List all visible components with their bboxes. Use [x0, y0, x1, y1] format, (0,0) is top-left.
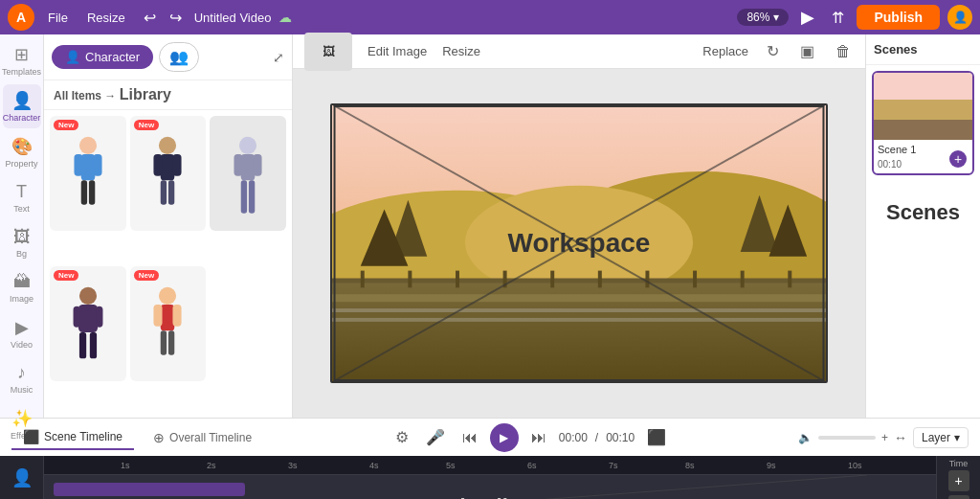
panel-filter-bar: All Items → Library: [44, 80, 292, 110]
zoom-control[interactable]: 86% ▾: [737, 9, 789, 26]
layout-icon[interactable]: ▣: [797, 39, 817, 63]
character-tab-button[interactable]: 👤 Character: [52, 45, 153, 69]
ruler-8s: 8s: [685, 461, 695, 470]
scene-card-1[interactable]: Scene 1 + 00:10: [872, 71, 974, 175]
svg-rect-23: [90, 332, 97, 358]
new-badge-2: New: [134, 120, 159, 130]
svg-rect-1: [81, 154, 96, 180]
char-card-1[interactable]: New: [50, 116, 126, 231]
timeline-clip-1[interactable]: [54, 483, 245, 496]
timeline-main[interactable]: 1s 2s 3s 4s 5s 6s 7s 8s 9s 10s Timeline: [44, 456, 936, 499]
sidebar-item-templates[interactable]: ⊞ Templates: [3, 38, 41, 82]
ruler-7s: 7s: [609, 461, 618, 470]
menu-resize[interactable]: Resize: [81, 11, 131, 25]
menu-file[interactable]: File: [42, 11, 74, 25]
scene-timeline-tab[interactable]: ⬛ Scene Timeline: [11, 425, 134, 450]
svg-point-0: [79, 137, 97, 154]
video-icon: ▶: [15, 317, 29, 338]
timeline-right: Time + −: [936, 456, 980, 499]
timeline-ruler: 1s 2s 3s 4s 5s 6s 7s 8s 9s 10s: [44, 456, 936, 475]
sidebar-item-music[interactable]: ♪ Music: [3, 357, 41, 400]
zoom-chevron: ▾: [773, 11, 779, 24]
ruler-2s: 2s: [207, 461, 216, 470]
play-pause-button[interactable]: ▶: [490, 423, 519, 452]
filter-all-items[interactable]: All Items: [54, 89, 101, 102]
svg-rect-5: [89, 180, 95, 204]
sidebar-label-text: Text: [13, 204, 30, 214]
svg-point-6: [159, 137, 176, 154]
svg-rect-22: [79, 332, 86, 358]
main-layout: ⊞ Templates 👤 Character 🎨 Property T Tex…: [0, 34, 980, 418]
refresh-icon[interactable]: ↻: [764, 39, 782, 63]
settings-playback-btn[interactable]: ⚙: [390, 426, 413, 448]
publish-button[interactable]: Publish: [857, 5, 940, 30]
char-card-4[interactable]: New: [50, 266, 126, 381]
character-panel: 👤 Character 👥 ⤢ All Items → Library New: [44, 34, 293, 418]
sidebar-item-bg[interactable]: 🖼 Bg: [3, 221, 41, 264]
expand-panel-icon[interactable]: ⤢: [273, 50, 284, 65]
preview-button[interactable]: ▶: [796, 5, 819, 30]
scene-add-button[interactable]: +: [949, 150, 967, 168]
templates-icon: ⊞: [14, 44, 29, 65]
total-time: 00:10: [606, 431, 635, 444]
sidebar-item-image[interactable]: 🏔 Image: [3, 266, 41, 309]
bg-icon: 🖼: [13, 227, 31, 247]
redo-button[interactable]: ↪: [165, 7, 187, 29]
canvas-container[interactable]: Workspace: [293, 69, 865, 418]
replace-btn[interactable]: Replace: [702, 44, 748, 58]
mic-btn[interactable]: 🎤: [421, 426, 450, 448]
new-badge-1: New: [54, 120, 78, 130]
top-bar: A File Resize ↩ ↪ Untitled Video ☁ 86% ▾…: [0, 0, 980, 34]
svg-rect-3: [93, 154, 101, 176]
time-sub-button[interactable]: −: [948, 495, 969, 499]
char-card-3[interactable]: [210, 116, 286, 231]
panel-header: 👤 Character 👥 ⤢: [44, 34, 292, 80]
sidebar-label-video: Video: [11, 340, 33, 350]
ruler-4s: 4s: [369, 461, 379, 470]
project-title[interactable]: Untitled Video: [194, 11, 272, 25]
volume-slider[interactable]: [818, 436, 876, 440]
char-card-5[interactable]: New: [130, 266, 207, 381]
undo-button[interactable]: ↩: [139, 7, 161, 29]
layer-label: Layer: [922, 431, 950, 444]
scene-info-1: Scene 1 +: [874, 140, 972, 159]
sidebar-item-property[interactable]: 🎨 Property: [3, 130, 41, 174]
scenes-big-label: Scenes: [866, 181, 980, 244]
edit-image-btn[interactable]: Edit Image: [368, 44, 427, 58]
expand-icon[interactable]: ↔: [894, 430, 907, 445]
next-btn[interactable]: ⏭: [526, 427, 551, 448]
property-icon: 🎨: [11, 136, 33, 157]
char-group-icon-button[interactable]: 👥: [159, 42, 199, 72]
layer-select[interactable]: Layer ▾: [913, 427, 969, 448]
char-figure-5: [139, 285, 196, 381]
left-sidebar: ⊞ Templates 👤 Character 🎨 Property T Tex…: [0, 34, 44, 418]
time-label: Time: [937, 456, 980, 468]
svg-rect-4: [81, 180, 87, 204]
resize-btn[interactable]: Resize: [442, 44, 480, 58]
sidebar-item-text[interactable]: T Text: [3, 176, 41, 219]
svg-point-12: [239, 137, 256, 154]
user-avatar[interactable]: 👤: [947, 5, 972, 30]
char-figure-1: [59, 135, 117, 231]
scenes-header: Scenes: [866, 34, 980, 65]
delete-icon[interactable]: 🗑: [833, 40, 854, 63]
prev-btn[interactable]: ⏮: [457, 427, 482, 448]
ruler-9s: 9s: [767, 461, 776, 470]
svg-rect-9: [173, 154, 182, 176]
logo-icon[interactable]: A: [8, 4, 34, 31]
captions-btn[interactable]: ⬛: [642, 426, 671, 448]
char-tab-label: Character: [85, 50, 140, 64]
overall-timeline-tab[interactable]: ⊕ Overall Timeline: [142, 426, 263, 449]
sidebar-item-video[interactable]: ▶ Video: [3, 311, 41, 355]
svg-rect-10: [161, 180, 167, 204]
svg-rect-19: [78, 305, 98, 332]
sidebar-label-image: Image: [10, 294, 33, 304]
timeline-area: 👤 1s 2s 3s 4s 5s 6s 7s 8s 9s 10s Timelin…: [0, 456, 980, 499]
music-icon: ♪: [17, 363, 26, 383]
canvas-placeholder-svg: [332, 105, 826, 381]
time-add-button[interactable]: +: [948, 470, 969, 491]
share-button[interactable]: ⇈: [827, 7, 849, 29]
char-card-2[interactable]: New: [130, 116, 207, 231]
character-icon: 👤: [11, 90, 33, 111]
sidebar-item-character[interactable]: 👤 Character: [3, 84, 41, 128]
